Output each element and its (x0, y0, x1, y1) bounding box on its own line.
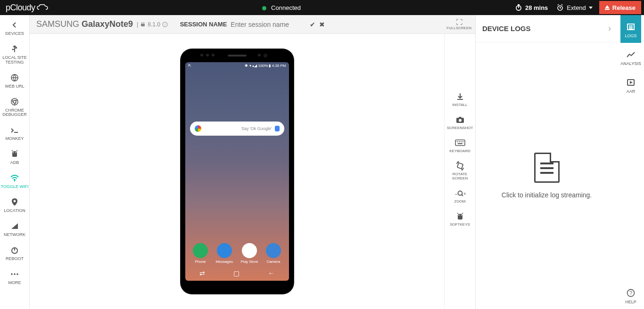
mic-icon (275, 126, 280, 131)
phone-frame: ⇱ ✱ ▾ ▴◢ 100% ▮ 4:28 PM Say 'Ok Google' … (181, 49, 294, 294)
tool-zoom[interactable]: –+ZOOM (445, 184, 475, 207)
svg-point-7 (13, 153, 14, 154)
dock-app-messages[interactable]: Messages (216, 243, 233, 264)
tool-keyboard[interactable]: KEYBOARD (445, 134, 475, 157)
right-panel-title: DEVICE LOGS (482, 24, 531, 33)
session-name-editor: SESSION NAME ✔ ✖ (180, 21, 325, 28)
help-label: HELP (625, 300, 636, 304)
os-chip: | 8.1.0 i (137, 21, 168, 28)
svg-point-2 (12, 49, 14, 50)
dock-app-phone[interactable]: Phone (193, 243, 208, 264)
eject-icon (605, 5, 610, 10)
rail-item-aar[interactable]: AAR (620, 71, 641, 98)
svg-rect-23 (457, 141, 458, 142)
sidebar-item-more[interactable]: MORE (0, 264, 29, 288)
svg-point-8 (16, 153, 17, 154)
sidebar-item-reboot[interactable]: REBOOT (0, 240, 29, 264)
signal-icon (0, 221, 29, 231)
svg-point-10 (14, 200, 16, 203)
terminal-icon (0, 125, 29, 135)
android-icon (140, 22, 146, 27)
globe-icon (0, 73, 29, 82)
sidebar-item-monkey[interactable]: MONKEY (0, 120, 29, 144)
phone-speaker (228, 55, 247, 57)
google-search-bar[interactable]: Say 'Ok Google' (190, 122, 284, 136)
confirm-icon[interactable]: ✔ (310, 21, 315, 28)
info-icon[interactable]: i (162, 22, 168, 27)
cancel-icon[interactable]: ✖ (319, 21, 325, 28)
phone-status-left: ⇱ (188, 64, 191, 68)
sidebar-item-adb[interactable]: ADB (0, 144, 29, 168)
release-label: Release (612, 4, 636, 11)
os-version: 8.1.0 (148, 21, 160, 28)
android-icon (0, 149, 29, 159)
back-icon[interactable]: ← (268, 269, 274, 277)
session-name-input[interactable] (231, 21, 306, 28)
device-viewport[interactable]: ⇱ ✱ ▾ ▴◢ 100% ▮ 4:28 PM Say 'Ok Google' … (30, 34, 444, 309)
home-icon[interactable]: ▢ (233, 269, 239, 277)
tool-install[interactable]: INSTALL (445, 88, 475, 111)
help-icon: ? (618, 288, 644, 298)
sidebar-item-web-url[interactable]: WEB URL (0, 68, 29, 92)
release-button[interactable]: Release (599, 1, 641, 14)
svg-point-33 (461, 215, 462, 216)
device-title: SAMSUNG GalaxyNote9 (36, 19, 133, 29)
sidebar-item-location[interactable]: LOCATION (0, 192, 29, 216)
pin-icon (0, 197, 29, 207)
keyboard-icon (445, 138, 475, 147)
svg-text:?: ? (629, 290, 632, 296)
sidebar-item-network[interactable]: NETWORK (0, 216, 29, 240)
download-icon (445, 91, 475, 101)
dock-app-play-store[interactable]: Play Store (241, 243, 258, 264)
sidebar-item-local-site-testing[interactable]: LOCAL SITE TESTING (0, 39, 29, 68)
svg-point-21 (459, 119, 462, 122)
extend-button[interactable]: Extend (556, 4, 592, 11)
svg-rect-24 (459, 141, 460, 142)
rail-item-logs[interactable]: LOGS (620, 15, 641, 43)
svg-point-14 (17, 273, 18, 275)
svg-point-13 (14, 273, 16, 275)
chevron-right-icon[interactable]: › (608, 24, 611, 33)
log-init-area[interactable]: Click to initialize log streaming. (476, 42, 618, 309)
tool-screenshot[interactable]: SCREENSHOT (445, 111, 475, 134)
device-model: GalaxyNote9 (82, 19, 133, 29)
connection-status: Connected (49, 4, 515, 11)
chrome-icon (0, 97, 29, 106)
log-init-message: Click to initialize log streaming. (502, 191, 592, 199)
chart-icon (620, 49, 641, 59)
session-timer: 28 mins (515, 4, 548, 11)
svg-rect-27 (458, 143, 462, 144)
right-rail: LOGSANALYSISAAR ? HELP (618, 15, 644, 309)
tool-rotate-screen[interactable]: ROTATE SCREEN (445, 157, 475, 184)
list-icon (620, 22, 641, 32)
rail-item-analysis[interactable]: ANALYSIS (620, 43, 641, 71)
extend-label: Extend (567, 4, 586, 11)
recent-apps-icon[interactable]: ⇄ (199, 269, 205, 277)
phone-camera (264, 54, 267, 57)
svg-rect-28 (457, 163, 463, 169)
fullscreen-icon: ⛶ (446, 18, 471, 26)
sidebar-item-toggle-wifi[interactable]: TOGGLE WIFI (0, 168, 29, 192)
sidebar-item-chrome-debugger[interactable]: CHROME DEBUGGER (0, 92, 29, 121)
dock-app-camera[interactable]: Camera (266, 243, 281, 264)
phone-screen[interactable]: ⇱ ✱ ▾ ▴◢ 100% ▮ 4:28 PM Say 'Ok Google' … (185, 62, 289, 281)
top-bar: pCloudy Connected 28 mins Extend Release (0, 0, 644, 15)
svg-rect-22 (455, 140, 465, 146)
android-icon (445, 211, 475, 221)
fullscreen-button[interactable]: ⛶ FULLSCREEN (446, 18, 471, 30)
right-panel-header: DEVICE LOGS › (476, 15, 618, 42)
chevron-left-icon (0, 20, 29, 30)
svg-rect-3 (16, 47, 17, 49)
dots-icon (0, 269, 29, 279)
help-button[interactable]: ? HELP (618, 281, 644, 309)
tool-softkeys[interactable]: SOFTKEYS (445, 207, 475, 230)
status-dot-icon (262, 6, 266, 10)
fullscreen-label: FULLSCREEN (446, 26, 471, 30)
alarm-icon (556, 4, 564, 11)
left-sidebar: DEVICESLOCAL SITE TESTINGWEB URLCHROME D… (0, 15, 30, 309)
search-hint: Say 'Ok Google' (241, 126, 272, 131)
device-tools-column: INSTALLSCREENSHOTKEYBOARDROTATE SCREEN–+… (444, 34, 475, 309)
svg-rect-26 (462, 141, 463, 142)
brand-logo: pCloudy (6, 3, 49, 13)
sidebar-item-devices[interactable]: DEVICES (0, 15, 29, 39)
